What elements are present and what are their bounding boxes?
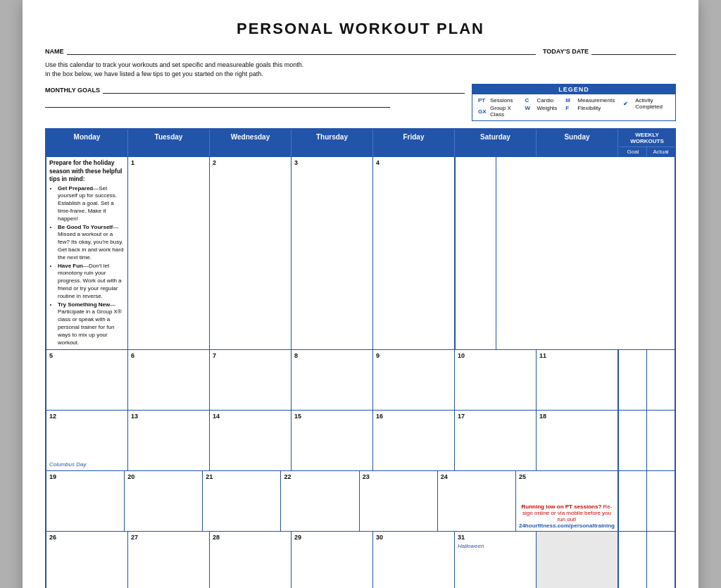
- week4-sat: 24: [438, 471, 516, 531]
- legend-col-1: PTSessions GXGroup X Class: [478, 97, 517, 118]
- weekly-workouts-label: WEEKLY WORKOUTS: [620, 130, 675, 147]
- tip-get-prepared: Get Prepared—Set yourself up for success…: [58, 185, 125, 223]
- top-section: MONTHLY GOALS LEGEND PTSessions GXGroup …: [45, 84, 676, 121]
- week4-actual: [647, 471, 675, 531]
- week5-sat: 31 Halloween: [455, 532, 537, 588]
- week2-wed: 7: [210, 350, 291, 410]
- legend-item-w: WWeights: [525, 105, 558, 111]
- week1-weekly: [455, 157, 537, 349]
- week5-goal: [619, 532, 647, 588]
- calendar-week4: 19 20 21 22 23 24 25 Running low on PT s…: [46, 470, 675, 531]
- calendar-week3: 12 Columbus Day 13 14 15 16 17 18: [46, 410, 675, 470]
- week2-goal: [619, 350, 647, 410]
- week5-wed: 28: [210, 532, 291, 588]
- week2-sat: 10: [455, 350, 537, 410]
- header-friday: Friday: [373, 130, 455, 156]
- legend-col-3: MMeasurements FFlexibility: [565, 97, 615, 118]
- week5-weekly: [618, 532, 675, 588]
- calendar-week2: 5 6 7 8 9 10 11: [46, 349, 675, 410]
- halloween-label: Halloween: [458, 543, 484, 549]
- week2-actual: [647, 350, 675, 410]
- week4-thu: 22: [281, 471, 359, 531]
- week2-mon: 5: [46, 350, 128, 410]
- week2-fri: 9: [373, 350, 455, 410]
- pt-promo: Running low on PT sessions? Re-sign onli…: [519, 503, 615, 529]
- week3-sat: 17: [455, 411, 537, 470]
- legend-item-c: CCardio: [525, 97, 558, 104]
- week2-sun: 11: [537, 350, 618, 410]
- week3-mon: 12 Columbus Day: [46, 411, 128, 470]
- week2-tue: 6: [128, 350, 210, 410]
- week5-sun-empty: [537, 532, 618, 588]
- legend-item-f: FFlexibility: [565, 105, 615, 111]
- legend-item-check: ✔Activity Completed: [623, 97, 670, 110]
- legend-box: LEGEND PTSessions GXGroup X Class CCardi…: [472, 84, 676, 121]
- tip-be-good: Be Good To Yourself—Missed a workout or …: [58, 224, 125, 262]
- week4-sun: 25 Running low on PT sessions? Re-sign o…: [516, 471, 618, 531]
- week1-goal: [456, 157, 496, 349]
- calendar: Monday Tuesday Wednesday Thursday Friday…: [45, 128, 676, 588]
- calendar-header: Monday Tuesday Wednesday Thursday Friday…: [46, 130, 675, 156]
- week4-fri: 23: [360, 471, 438, 531]
- legend-col-4: ✔Activity Completed: [623, 97, 670, 118]
- legend-item-m: MMeasurements: [565, 97, 615, 104]
- legend-item-pt: PTSessions: [478, 97, 517, 104]
- week5-fri: 30: [373, 532, 455, 588]
- tip-title: Prepare for the holiday season with thes…: [49, 159, 125, 183]
- legend-item-gx: GXGroup X Class: [478, 105, 517, 118]
- week3-goal: [619, 411, 647, 470]
- goals-section: MONTHLY GOALS: [45, 84, 465, 113]
- week3-weekly: [618, 411, 675, 470]
- tips-list: Get Prepared—Set yourself up for success…: [49, 185, 125, 347]
- tip-try-something: Try Something New—Participate in a Group…: [58, 301, 125, 347]
- week1-tips: Prepare for the holiday season with thes…: [49, 159, 125, 346]
- header-wednesday: Wednesday: [210, 130, 291, 156]
- workout-plan-page: PERSONAL WORKOUT PLAN NAME TODAY'S DATE …: [23, 0, 698, 588]
- columbus-day-label: Columbus Day: [49, 461, 86, 468]
- calendar-week1: Prepare for the holiday season with thes…: [46, 156, 675, 349]
- week3-sun: 18: [537, 411, 618, 470]
- week3-actual: [647, 411, 675, 470]
- week3-tue: 13: [128, 411, 210, 470]
- header-tuesday: Tuesday: [128, 130, 210, 156]
- week1-actual: [496, 157, 537, 349]
- calendar-week5: 26 27 28 29 30 31 Halloween: [46, 531, 675, 588]
- date-field: TODAY'S DATE: [543, 45, 676, 55]
- week5-tue: 27: [128, 532, 210, 588]
- week2-weekly: [618, 350, 675, 410]
- week4-mon: 19: [46, 471, 125, 531]
- goal-subheader: Goal: [620, 147, 647, 156]
- week4-weekly: [618, 471, 675, 531]
- legend-col-2: CCardio WWeights: [525, 97, 558, 118]
- week5-thu: 29: [291, 532, 373, 588]
- week3-wed: 14: [210, 411, 291, 470]
- header-thursday: Thursday: [291, 130, 373, 156]
- intro-text: Use this calendar to track your workouts…: [45, 61, 676, 78]
- week1-day4: 4: [373, 157, 455, 349]
- week1-tips-cell: Prepare for the holiday season with thes…: [46, 157, 128, 349]
- legend-title: LEGEND: [472, 85, 675, 94]
- week2-thu: 8: [291, 350, 373, 410]
- week4-tue: 20: [125, 471, 203, 531]
- header-sunday: Sunday: [537, 130, 618, 156]
- week5-mon: 26: [46, 532, 128, 588]
- tip-have-fun: Have Fun—Don't let monotony ruin your pr…: [58, 263, 125, 301]
- week3-thu: 15: [291, 411, 373, 470]
- week3-fri: 16: [373, 411, 455, 470]
- page-title: PERSONAL WORKOUT PLAN: [45, 20, 676, 38]
- monthly-goals-row: MONTHLY GOALS: [45, 84, 465, 94]
- header-saturday: Saturday: [455, 130, 537, 156]
- goals-second-line: [45, 98, 390, 108]
- week5-actual: [647, 532, 675, 588]
- name-field: NAME: [45, 45, 536, 55]
- promo-link: 24hourfitness.com/personaltraining: [519, 523, 615, 529]
- header-monday: Monday: [46, 130, 128, 156]
- week1-day2: 2: [210, 157, 291, 349]
- week1-day3: 3: [291, 157, 373, 349]
- weekly-workouts-subheader: Goal Actual: [620, 147, 675, 156]
- weekly-workouts-header-cell: WEEKLY WORKOUTS Goal Actual: [618, 130, 675, 156]
- week4-wed: 21: [203, 471, 281, 531]
- week1-day1: 1: [128, 157, 210, 349]
- legend-content: PTSessions GXGroup X Class CCardio WWeig…: [472, 94, 675, 120]
- week4-goal: [619, 471, 647, 531]
